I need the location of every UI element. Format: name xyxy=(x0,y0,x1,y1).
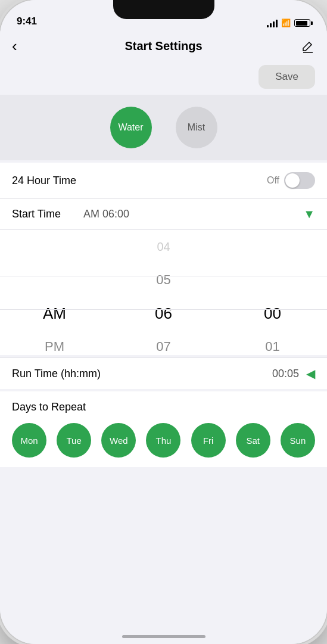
battery-icon xyxy=(294,19,310,27)
day-wed[interactable]: Wed xyxy=(101,423,136,458)
mist-button[interactable]: Mist xyxy=(176,107,217,148)
picker-item xyxy=(0,263,109,297)
save-button[interactable]: Save xyxy=(259,65,315,89)
phone-frame: 9:41 📶 ‹ Start Settings xyxy=(0,0,327,644)
picker-item-05: 05 xyxy=(109,263,218,297)
minute-column[interactable]: 00 01 02 xyxy=(218,230,327,355)
home-indicator xyxy=(122,635,205,638)
day-tue[interactable]: Tue xyxy=(57,423,91,458)
day-sun[interactable]: Sun xyxy=(281,423,315,458)
start-time-row: Start Time AM 06:00 ▼ xyxy=(0,199,327,230)
wifi-icon: 📶 xyxy=(281,18,291,27)
picker-item xyxy=(218,230,327,263)
run-time-arrow-icon[interactable]: ◀ xyxy=(306,366,315,381)
status-time: 9:41 xyxy=(17,15,37,27)
notch xyxy=(113,0,214,19)
segment-control: Water Mist xyxy=(0,95,327,160)
picker-item-ampm-selected: AM xyxy=(0,297,109,330)
settings-section: 24 Hour Time Off Start Time AM 06:00 ▼ xyxy=(0,163,327,230)
hour24-label: 24 Hour Time xyxy=(12,175,76,187)
status-icons: 📶 xyxy=(267,18,310,27)
save-row: Save xyxy=(0,61,327,95)
screen: 9:41 📶 ‹ Start Settings xyxy=(0,0,327,644)
edit-button[interactable] xyxy=(294,40,315,53)
water-button[interactable]: Water xyxy=(110,107,152,148)
toggle-knob xyxy=(285,173,300,188)
nav-bar: ‹ Start Settings xyxy=(0,31,327,61)
content: ‹ Start Settings Save Water Mist xyxy=(0,31,327,644)
toggle-off-label: Off xyxy=(267,175,279,186)
days-title: Days to Repeat xyxy=(12,401,315,413)
picker-columns: AM PM 04 05 06 07 08 xyxy=(0,230,327,355)
start-time-label: Start Time xyxy=(12,208,83,220)
day-fri[interactable]: Fri xyxy=(191,423,226,458)
day-mon[interactable]: Mon xyxy=(12,423,46,458)
day-sat[interactable]: Sat xyxy=(236,423,270,458)
signal-bars-icon xyxy=(267,19,278,27)
picker-item xyxy=(218,263,327,297)
run-time-row: Run Time (hh:mm) 00:05 ◀ xyxy=(0,357,327,389)
picker-item-07: 07 xyxy=(109,330,218,355)
back-button[interactable]: ‹ xyxy=(12,37,33,55)
days-row: Mon Tue Wed Thu Fri Sat Sun xyxy=(12,423,315,458)
ampm-column[interactable]: AM PM xyxy=(0,230,109,355)
time-picker[interactable]: AM PM 04 05 06 07 08 xyxy=(0,230,327,355)
pencil-icon xyxy=(301,40,315,53)
toggle-container: Off xyxy=(267,172,315,189)
picker-item xyxy=(0,230,109,263)
start-time-value: AM 06:00 xyxy=(83,208,303,220)
hour24-row: 24 Hour Time Off xyxy=(0,163,327,199)
days-section: Days to Repeat Mon Tue Wed Thu Fri Sat S… xyxy=(0,391,327,467)
hour-column[interactable]: 04 05 06 07 08 xyxy=(109,230,218,355)
run-time-value: 00:05 xyxy=(272,368,299,380)
hour24-toggle[interactable] xyxy=(284,172,315,189)
picker-item-06-selected: 06 xyxy=(109,297,218,330)
run-time-label: Run Time (hh:mm) xyxy=(12,368,272,380)
page-title: Start Settings xyxy=(124,39,202,53)
picker-item-04: 04 xyxy=(109,230,218,263)
picker-item-pm: PM xyxy=(0,330,109,355)
start-time-arrow-icon[interactable]: ▼ xyxy=(303,207,315,221)
day-thu[interactable]: Thu xyxy=(146,423,180,458)
picker-item-00-selected: 00 xyxy=(218,297,327,330)
picker-item-01: 01 xyxy=(218,330,327,355)
